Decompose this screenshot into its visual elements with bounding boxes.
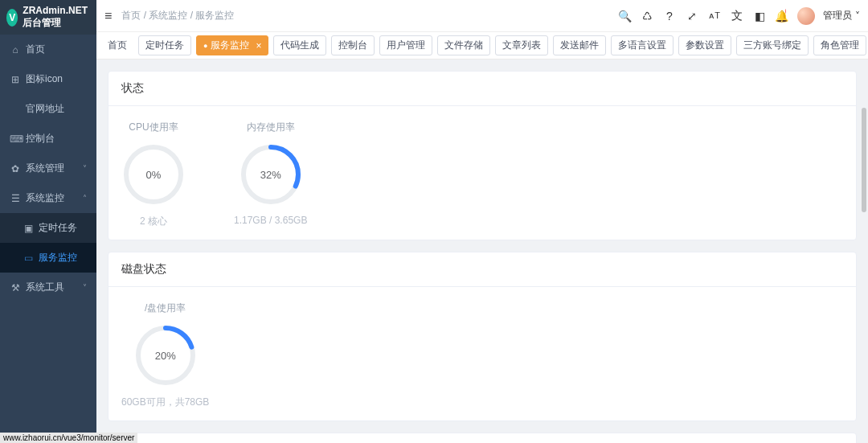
- card-disk: 磁盘状态 /盘使用率 20% 60GB可用，共78GB: [108, 252, 857, 421]
- chevron-up-icon: ˄: [83, 194, 87, 203]
- user-name: 管理员: [823, 9, 852, 23]
- gauge-cpu: CPU使用率 0% 2 核心: [121, 121, 186, 228]
- tab[interactable]: 用户管理: [379, 35, 432, 55]
- close-icon[interactable]: ×: [256, 40, 261, 51]
- main: ≡ 首页 / 系统监控 / 服务监控 🔍 ♺ ? ⤢ ᴀT 文 ◧ 🔔 管理员˅: [96, 0, 868, 443]
- tab[interactable]: 定时任务: [138, 35, 191, 55]
- language-icon[interactable]: 文: [730, 9, 744, 23]
- tab[interactable]: 文章列表: [495, 35, 548, 55]
- tab[interactable]: 角色管理: [813, 35, 866, 55]
- gauge-ring: 32%: [239, 142, 303, 207]
- font-size-icon[interactable]: ᴀT: [707, 9, 722, 23]
- sidebar-item-icon[interactable]: ⊞图标icon: [0, 64, 96, 94]
- sidebar-item-sysmgr[interactable]: ✿系统管理˅: [0, 154, 96, 183]
- brand-title: ZRAdmin.NET后台管理: [23, 5, 90, 30]
- tab[interactable]: 控制台: [331, 35, 375, 55]
- tab[interactable]: 文件存储: [437, 35, 490, 55]
- gauge-title: /盘使用率: [121, 301, 209, 315]
- notification-icon[interactable]: 🔔: [775, 9, 789, 23]
- tool-icon: ⚒: [10, 282, 21, 293]
- gauge-title: CPU使用率: [121, 121, 186, 134]
- card-server-title: 服务器信息: [108, 433, 856, 443]
- topbar: ≡ 首页 / 系统监控 / 服务监控 🔍 ♺ ? ⤢ ᴀT 文 ◧ 🔔 管理员˅: [96, 0, 868, 32]
- brand-logo: V: [6, 9, 18, 27]
- content: 状态 CPU使用率 0% 2 核心 内存使用率: [96, 59, 868, 443]
- tab[interactable]: 服务监控×: [196, 35, 268, 55]
- sidebar-item-label: 服务监控: [39, 251, 77, 265]
- tabsbar: 首页定时任务服务监控×代码生成控制台用户管理文件存储文章列表发送邮件多语言设置参…: [96, 32, 868, 59]
- sidebar-item-label: 系统监控: [26, 191, 64, 205]
- grid-icon: ⊞: [10, 74, 21, 85]
- card-status: 状态 CPU使用率 0% 2 核心 内存使用率: [108, 71, 857, 240]
- gauge-value: 20%: [133, 323, 198, 388]
- gauge-title: 内存使用率: [234, 121, 307, 134]
- gauge-value: 0%: [121, 142, 186, 207]
- gauge-disk: /盘使用率 20% 60GB可用，共78GB: [121, 301, 209, 409]
- sidebar-item-label: 系统管理: [26, 162, 64, 175]
- sidebar-item-label: 首页: [26, 43, 45, 56]
- sidebar-item-home[interactable]: ⌂首页: [0, 35, 96, 64]
- tab[interactable]: 三方账号绑定: [736, 35, 809, 55]
- sidebar-item-label: 官网地址: [26, 102, 64, 116]
- sidebar-submenu: ▣定时任务 ▭服务监控: [0, 213, 96, 273]
- sidebar-item-label: 图标icon: [26, 72, 63, 86]
- chevron-down-icon: ˅: [855, 10, 860, 22]
- gauge-value: 32%: [239, 142, 303, 207]
- gear-icon: ✿: [10, 163, 21, 174]
- hamburger-icon[interactable]: ≡: [104, 9, 112, 23]
- sidebar-subitem-cron[interactable]: ▣定时任务: [0, 213, 96, 243]
- sidebar-item-console[interactable]: ⌨控制台: [0, 124, 96, 154]
- sidebar-item-label: 定时任务: [39, 221, 77, 235]
- monitor-icon: ☰: [10, 193, 21, 204]
- breadcrumb-current: 服务监控: [195, 10, 234, 21]
- help-icon[interactable]: ?: [662, 9, 677, 23]
- scrollbar[interactable]: [862, 108, 866, 212]
- breadcrumb: 首页 / 系统监控 / 服务监控: [121, 9, 234, 23]
- gauge-sub: 60GB可用，共78GB: [121, 396, 209, 409]
- sidebar-item-sysmon[interactable]: ☰系统监控˄: [0, 183, 96, 213]
- sidebar-item-label: 系统工具: [26, 281, 64, 294]
- browser-statusbar: www.izhaorui.cn/vue3/monitor/server: [0, 433, 137, 443]
- github-icon[interactable]: ♺: [640, 9, 654, 23]
- home-icon: ⌂: [10, 44, 21, 55]
- tab[interactable]: 代码生成: [273, 35, 326, 55]
- theme-icon[interactable]: ◧: [752, 9, 767, 23]
- tab[interactable]: 多语言设置: [611, 35, 674, 55]
- sidebar: V ZRAdmin.NET后台管理 ⌂首页 ⊞图标icon 官网地址 ⌨控制台 …: [0, 0, 96, 443]
- sidebar-item-site[interactable]: 官网地址: [0, 94, 96, 124]
- gauge-ring: 0%: [121, 142, 186, 207]
- sidebar-item-label: 控制台: [26, 132, 55, 146]
- gauge-sub: 1.17GB / 3.65GB: [234, 215, 307, 226]
- server-icon: ▭: [23, 252, 34, 264]
- brand-row[interactable]: V ZRAdmin.NET后台管理: [0, 0, 96, 35]
- task-icon: ▣: [23, 223, 34, 234]
- card-disk-title: 磁盘状态: [108, 252, 856, 287]
- sidebar-subitem-server[interactable]: ▭服务监控: [0, 243, 96, 273]
- notification-badge: [785, 9, 786, 14]
- chevron-down-icon: ˅: [83, 283, 87, 292]
- breadcrumb-home[interactable]: 首页: [121, 10, 141, 21]
- user-menu[interactable]: 管理员˅: [823, 9, 860, 23]
- search-icon[interactable]: 🔍: [617, 9, 632, 23]
- fullscreen-icon[interactable]: ⤢: [685, 9, 699, 23]
- tab[interactable]: 首页: [101, 36, 133, 55]
- console-icon: ⌨: [10, 133, 21, 145]
- chevron-down-icon: ˅: [83, 164, 87, 173]
- breadcrumb-parent[interactable]: 系统监控: [149, 10, 187, 21]
- card-server: 服务器信息 服务器名称 VM-16-4-centos 操作系统 Linux 4.…: [108, 433, 857, 443]
- gauge-sub: 2 核心: [121, 215, 186, 228]
- tab[interactable]: 发送邮件: [553, 35, 606, 55]
- sidebar-item-systool[interactable]: ⚒系统工具˅: [0, 273, 96, 302]
- avatar[interactable]: [797, 7, 815, 25]
- gauge-mem: 内存使用率 32% 1.17GB / 3.65GB: [234, 121, 307, 228]
- gauge-ring: 20%: [133, 323, 198, 388]
- card-status-title: 状态: [108, 72, 856, 106]
- tab[interactable]: 参数设置: [678, 35, 731, 55]
